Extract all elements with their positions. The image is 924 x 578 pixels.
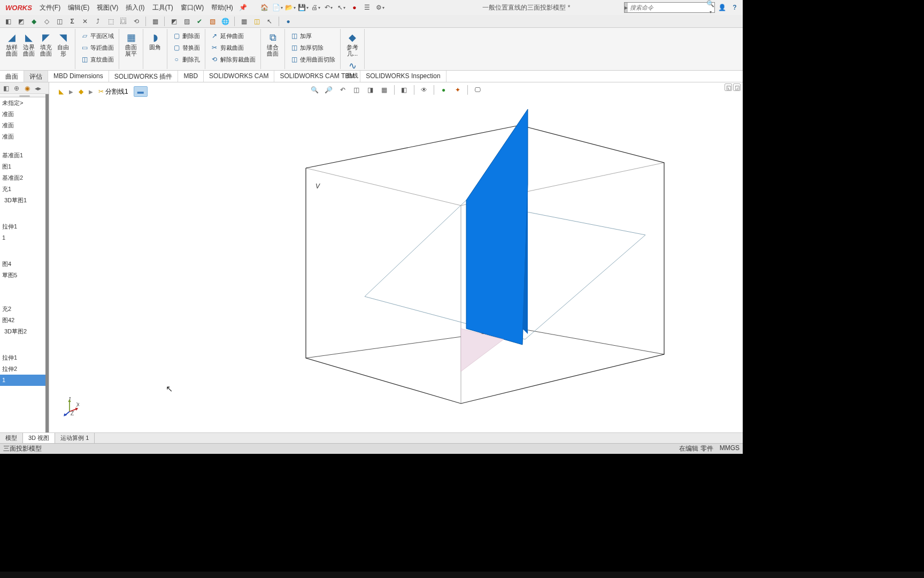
- settings-icon[interactable]: ⚙▾: [374, 2, 386, 13]
- tab-mbd[interactable]: MBD: [178, 71, 204, 82]
- display-style-icon[interactable]: ▦: [379, 85, 390, 95]
- search-icon[interactable]: 🔍▾: [706, 0, 714, 15]
- qtb-icon-9[interactable]: ⿴: [119, 17, 128, 26]
- help-icon[interactable]: ?: [729, 2, 741, 13]
- zoom-fit-icon[interactable]: 🔍: [310, 85, 320, 95]
- globe-icon[interactable]: 🌐: [220, 17, 230, 26]
- tree-item[interactable]: 准面: [0, 109, 49, 120]
- bottom-tab-model[interactable]: 模型: [0, 433, 23, 443]
- qtb-icon-10[interactable]: ⟲: [132, 17, 141, 26]
- section-view-icon[interactable]: ◫: [351, 85, 362, 95]
- menu-edit[interactable]: 编辑(E): [65, 1, 93, 14]
- qtb-icon-11[interactable]: ▦: [150, 17, 160, 26]
- tree-item[interactable]: 1: [0, 232, 49, 244]
- menu-window[interactable]: 窗口(W): [178, 1, 207, 14]
- reference-geometry-button[interactable]: ◆参考几...: [344, 30, 361, 58]
- delete-face-button[interactable]: ▢删除面: [171, 30, 202, 42]
- tab-evaluate[interactable]: 评估: [24, 71, 48, 82]
- edit-appearance-icon[interactable]: ✦: [452, 85, 463, 95]
- thicken-cut-button[interactable]: ◫加厚切除: [288, 42, 337, 54]
- fillet-button[interactable]: ◗圆角: [147, 30, 164, 51]
- qtb-icon-7[interactable]: ⤴: [93, 17, 103, 26]
- view-triad[interactable]: Y X Z: [60, 397, 79, 416]
- tree-item-selected[interactable]: 1: [0, 375, 49, 386]
- tree-item[interactable]: 3D草图2: [0, 326, 49, 337]
- eye-icon[interactable]: 👁: [419, 85, 429, 95]
- view-settings-icon[interactable]: 🖵: [472, 85, 483, 95]
- pin-icon[interactable]: 📌: [237, 2, 249, 13]
- qtb-icon-1[interactable]: ◧: [3, 17, 13, 26]
- extend-surface-button[interactable]: ↗延伸曲面: [209, 30, 257, 42]
- qtb-icon-12[interactable]: ◩: [169, 17, 179, 26]
- cut-with-surface-button[interactable]: ◫使用曲面切除: [288, 54, 337, 65]
- tree-item[interactable]: 3D草图1: [0, 195, 49, 206]
- sigma-icon[interactable]: Σ: [67, 17, 77, 26]
- tree-item[interactable]: 图42: [0, 315, 49, 326]
- open-icon[interactable]: 📂▾: [284, 2, 296, 13]
- knit-surface-button[interactable]: ⧉缝合曲面: [264, 30, 281, 58]
- tree-header[interactable]: 未指定>: [0, 97, 49, 109]
- command-search[interactable]: ▸ 🔍▾: [624, 2, 715, 13]
- menu-insert[interactable]: 插入(I): [122, 1, 148, 14]
- tree-item[interactable]: 图1: [0, 161, 49, 172]
- qtb-icon-13[interactable]: ▨: [182, 17, 191, 26]
- replace-face-button[interactable]: ▢替换面: [171, 42, 202, 54]
- qtb-icon-6[interactable]: ✕: [80, 17, 90, 26]
- tree-tab-arrows-icon[interactable]: ◂▸: [33, 83, 43, 93]
- tree-item[interactable]: 充1: [0, 184, 49, 195]
- thicken-button[interactable]: ◫加厚: [288, 30, 337, 42]
- user-icon[interactable]: 👤: [716, 2, 728, 13]
- qtb-icon-16[interactable]: ◫: [252, 17, 261, 26]
- command-search-input[interactable]: [628, 4, 706, 11]
- qtb-icon-2[interactable]: ◩: [16, 17, 26, 26]
- home-icon[interactable]: 🏠: [259, 2, 271, 13]
- tab-sw-cam[interactable]: SOLIDWORKS CAM: [204, 71, 274, 82]
- flatten-surface-button[interactable]: ▦曲面展平: [122, 30, 140, 58]
- tab-mbd-dimensions[interactable]: MBD Dimensions: [48, 71, 109, 82]
- tree-item[interactable]: 草图5: [0, 270, 49, 281]
- tree-tab-icon[interactable]: ◧: [1, 83, 11, 93]
- cursor-icon[interactable]: ↖: [265, 17, 274, 26]
- apply-scene-icon[interactable]: ●: [438, 85, 449, 95]
- sphere-icon[interactable]: ●: [283, 17, 293, 26]
- hide-show-icon[interactable]: ◧: [399, 85, 410, 95]
- previous-view-icon[interactable]: ↶: [337, 85, 348, 95]
- tree-item[interactable]: 拉伸1: [0, 352, 49, 363]
- offset-surface-button[interactable]: ▭等距曲面: [79, 42, 116, 54]
- selected-surface[interactable]: [466, 109, 528, 345]
- tree-scrollbar[interactable]: [45, 94, 49, 432]
- breadcrumb-seg[interactable]: ◆: [75, 87, 87, 96]
- tab-sw-inspection[interactable]: SOLIDWORKS Inspection: [360, 71, 446, 82]
- tree-item[interactable]: 充2: [0, 303, 49, 315]
- tree-item[interactable]: 图4: [0, 258, 49, 270]
- trim-surface-button[interactable]: ✂剪裁曲面: [209, 42, 257, 54]
- curves-button[interactable]: ∿曲线: [344, 58, 361, 80]
- rebuild-icon[interactable]: ●: [349, 2, 360, 13]
- qtb-icon-4[interactable]: ◇: [42, 17, 51, 26]
- menu-tools[interactable]: 工具(T): [149, 1, 176, 14]
- loft-surface-button[interactable]: ◢放样曲面: [3, 30, 20, 58]
- menu-help[interactable]: 帮助(H): [208, 1, 236, 14]
- breadcrumb-root[interactable]: ◣: [56, 87, 67, 96]
- tree-item[interactable]: 准面: [0, 120, 49, 131]
- check-icon[interactable]: ✔: [195, 17, 204, 26]
- tree-item[interactable]: 拉伸1: [0, 221, 49, 232]
- qtb-icon-5[interactable]: ◫: [55, 17, 64, 26]
- planar-region-button[interactable]: ▱平面区域: [79, 30, 116, 42]
- qtb-icon-15[interactable]: ▦: [239, 17, 249, 26]
- zoom-area-icon[interactable]: 🔎: [324, 85, 334, 95]
- select-icon[interactable]: ↖▾: [336, 2, 348, 13]
- bottom-tab-motion[interactable]: 运动算例 1: [55, 433, 95, 443]
- qtb-icon-3[interactable]: ◆: [29, 17, 38, 26]
- viewport[interactable]: ◣ ▶ ◆ ▶ ✂分割线1 ▬ 🔍 🔎 ↶ ◫ ◨ ▦ ◧ 👁 ●: [49, 82, 743, 432]
- delete-hole-button[interactable]: ○删除孔: [171, 54, 202, 65]
- new-icon[interactable]: 📄▾: [272, 2, 283, 13]
- bottom-tab-3dview[interactable]: 3D 视图: [23, 433, 55, 443]
- tree-tab-eye-icon[interactable]: ◉: [22, 83, 32, 93]
- boundary-surface-button[interactable]: ◣边界曲面: [20, 30, 37, 58]
- untrim-surface-button[interactable]: ⟲解除剪裁曲面: [209, 54, 257, 65]
- save-icon[interactable]: 💾▾: [297, 2, 309, 13]
- fill-surface-button[interactable]: ◤填充曲面: [37, 30, 55, 58]
- tab-surface[interactable]: 曲面: [0, 71, 24, 82]
- undo-icon[interactable]: ↶▾: [323, 2, 335, 13]
